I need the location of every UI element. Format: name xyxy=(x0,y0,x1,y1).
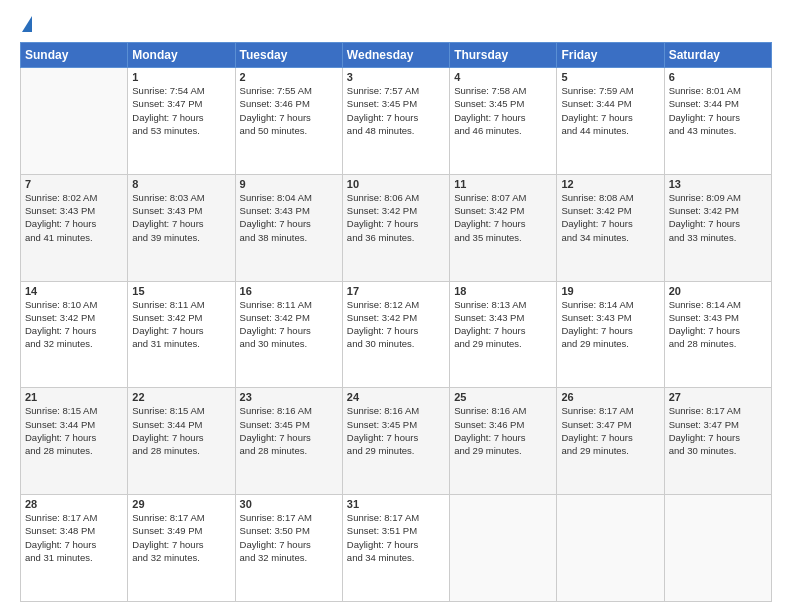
calendar-header-cell: Tuesday xyxy=(235,43,342,68)
calendar-day-cell: 28Sunrise: 8:17 AM Sunset: 3:48 PM Dayli… xyxy=(21,495,128,602)
calendar-week-row: 1Sunrise: 7:54 AM Sunset: 3:47 PM Daylig… xyxy=(21,68,772,175)
calendar-header-cell: Saturday xyxy=(664,43,771,68)
day-number: 20 xyxy=(669,285,767,297)
calendar-header-cell: Friday xyxy=(557,43,664,68)
day-number: 8 xyxy=(132,178,230,190)
calendar-day-cell: 4Sunrise: 7:58 AM Sunset: 3:45 PM Daylig… xyxy=(450,68,557,175)
header xyxy=(20,18,772,34)
calendar-body: 1Sunrise: 7:54 AM Sunset: 3:47 PM Daylig… xyxy=(21,68,772,602)
calendar-day-cell xyxy=(21,68,128,175)
day-number: 12 xyxy=(561,178,659,190)
day-info: Sunrise: 8:07 AM Sunset: 3:42 PM Dayligh… xyxy=(454,191,552,244)
day-number: 15 xyxy=(132,285,230,297)
day-number: 17 xyxy=(347,285,445,297)
day-number: 1 xyxy=(132,71,230,83)
day-info: Sunrise: 8:12 AM Sunset: 3:42 PM Dayligh… xyxy=(347,298,445,351)
day-info: Sunrise: 8:17 AM Sunset: 3:49 PM Dayligh… xyxy=(132,511,230,564)
calendar-day-cell: 3Sunrise: 7:57 AM Sunset: 3:45 PM Daylig… xyxy=(342,68,449,175)
calendar-day-cell xyxy=(450,495,557,602)
day-info: Sunrise: 8:16 AM Sunset: 3:45 PM Dayligh… xyxy=(240,404,338,457)
day-number: 13 xyxy=(669,178,767,190)
day-info: Sunrise: 8:15 AM Sunset: 3:44 PM Dayligh… xyxy=(25,404,123,457)
calendar-header-cell: Thursday xyxy=(450,43,557,68)
calendar-day-cell: 30Sunrise: 8:17 AM Sunset: 3:50 PM Dayli… xyxy=(235,495,342,602)
calendar-day-cell: 25Sunrise: 8:16 AM Sunset: 3:46 PM Dayli… xyxy=(450,388,557,495)
day-number: 25 xyxy=(454,391,552,403)
day-info: Sunrise: 8:16 AM Sunset: 3:46 PM Dayligh… xyxy=(454,404,552,457)
calendar-day-cell: 29Sunrise: 8:17 AM Sunset: 3:49 PM Dayli… xyxy=(128,495,235,602)
day-info: Sunrise: 8:15 AM Sunset: 3:44 PM Dayligh… xyxy=(132,404,230,457)
day-info: Sunrise: 7:54 AM Sunset: 3:47 PM Dayligh… xyxy=(132,84,230,137)
calendar-day-cell: 7Sunrise: 8:02 AM Sunset: 3:43 PM Daylig… xyxy=(21,174,128,281)
day-number: 3 xyxy=(347,71,445,83)
calendar-day-cell: 31Sunrise: 8:17 AM Sunset: 3:51 PM Dayli… xyxy=(342,495,449,602)
calendar-day-cell: 14Sunrise: 8:10 AM Sunset: 3:42 PM Dayli… xyxy=(21,281,128,388)
day-info: Sunrise: 8:02 AM Sunset: 3:43 PM Dayligh… xyxy=(25,191,123,244)
calendar-day-cell: 6Sunrise: 8:01 AM Sunset: 3:44 PM Daylig… xyxy=(664,68,771,175)
calendar: SundayMondayTuesdayWednesdayThursdayFrid… xyxy=(20,42,772,602)
calendar-header-row: SundayMondayTuesdayWednesdayThursdayFrid… xyxy=(21,43,772,68)
day-number: 23 xyxy=(240,391,338,403)
day-number: 29 xyxy=(132,498,230,510)
day-info: Sunrise: 8:08 AM Sunset: 3:42 PM Dayligh… xyxy=(561,191,659,244)
calendar-header-cell: Monday xyxy=(128,43,235,68)
day-number: 24 xyxy=(347,391,445,403)
day-info: Sunrise: 8:06 AM Sunset: 3:42 PM Dayligh… xyxy=(347,191,445,244)
calendar-day-cell: 10Sunrise: 8:06 AM Sunset: 3:42 PM Dayli… xyxy=(342,174,449,281)
day-info: Sunrise: 8:11 AM Sunset: 3:42 PM Dayligh… xyxy=(240,298,338,351)
day-number: 19 xyxy=(561,285,659,297)
calendar-day-cell: 22Sunrise: 8:15 AM Sunset: 3:44 PM Dayli… xyxy=(128,388,235,495)
day-info: Sunrise: 7:55 AM Sunset: 3:46 PM Dayligh… xyxy=(240,84,338,137)
day-info: Sunrise: 8:03 AM Sunset: 3:43 PM Dayligh… xyxy=(132,191,230,244)
day-number: 26 xyxy=(561,391,659,403)
day-number: 10 xyxy=(347,178,445,190)
calendar-day-cell: 8Sunrise: 8:03 AM Sunset: 3:43 PM Daylig… xyxy=(128,174,235,281)
day-info: Sunrise: 8:16 AM Sunset: 3:45 PM Dayligh… xyxy=(347,404,445,457)
calendar-day-cell: 27Sunrise: 8:17 AM Sunset: 3:47 PM Dayli… xyxy=(664,388,771,495)
day-number: 6 xyxy=(669,71,767,83)
calendar-day-cell: 13Sunrise: 8:09 AM Sunset: 3:42 PM Dayli… xyxy=(664,174,771,281)
calendar-day-cell: 9Sunrise: 8:04 AM Sunset: 3:43 PM Daylig… xyxy=(235,174,342,281)
calendar-day-cell: 18Sunrise: 8:13 AM Sunset: 3:43 PM Dayli… xyxy=(450,281,557,388)
calendar-day-cell: 17Sunrise: 8:12 AM Sunset: 3:42 PM Dayli… xyxy=(342,281,449,388)
day-info: Sunrise: 8:09 AM Sunset: 3:42 PM Dayligh… xyxy=(669,191,767,244)
day-info: Sunrise: 8:11 AM Sunset: 3:42 PM Dayligh… xyxy=(132,298,230,351)
day-info: Sunrise: 8:13 AM Sunset: 3:43 PM Dayligh… xyxy=(454,298,552,351)
day-number: 21 xyxy=(25,391,123,403)
day-number: 31 xyxy=(347,498,445,510)
day-info: Sunrise: 8:17 AM Sunset: 3:47 PM Dayligh… xyxy=(669,404,767,457)
calendar-day-cell: 2Sunrise: 7:55 AM Sunset: 3:46 PM Daylig… xyxy=(235,68,342,175)
day-info: Sunrise: 8:17 AM Sunset: 3:50 PM Dayligh… xyxy=(240,511,338,564)
calendar-day-cell: 23Sunrise: 8:16 AM Sunset: 3:45 PM Dayli… xyxy=(235,388,342,495)
day-number: 22 xyxy=(132,391,230,403)
day-number: 2 xyxy=(240,71,338,83)
calendar-day-cell xyxy=(557,495,664,602)
day-info: Sunrise: 8:10 AM Sunset: 3:42 PM Dayligh… xyxy=(25,298,123,351)
calendar-week-row: 21Sunrise: 8:15 AM Sunset: 3:44 PM Dayli… xyxy=(21,388,772,495)
day-number: 11 xyxy=(454,178,552,190)
calendar-day-cell: 15Sunrise: 8:11 AM Sunset: 3:42 PM Dayli… xyxy=(128,281,235,388)
day-number: 28 xyxy=(25,498,123,510)
day-number: 9 xyxy=(240,178,338,190)
day-info: Sunrise: 8:14 AM Sunset: 3:43 PM Dayligh… xyxy=(669,298,767,351)
calendar-day-cell xyxy=(664,495,771,602)
day-number: 18 xyxy=(454,285,552,297)
day-number: 7 xyxy=(25,178,123,190)
calendar-day-cell: 24Sunrise: 8:16 AM Sunset: 3:45 PM Dayli… xyxy=(342,388,449,495)
day-number: 14 xyxy=(25,285,123,297)
calendar-day-cell: 26Sunrise: 8:17 AM Sunset: 3:47 PM Dayli… xyxy=(557,388,664,495)
day-info: Sunrise: 8:01 AM Sunset: 3:44 PM Dayligh… xyxy=(669,84,767,137)
calendar-day-cell: 20Sunrise: 8:14 AM Sunset: 3:43 PM Dayli… xyxy=(664,281,771,388)
calendar-day-cell: 5Sunrise: 7:59 AM Sunset: 3:44 PM Daylig… xyxy=(557,68,664,175)
calendar-header-cell: Sunday xyxy=(21,43,128,68)
day-info: Sunrise: 8:17 AM Sunset: 3:47 PM Dayligh… xyxy=(561,404,659,457)
logo-triangle-icon xyxy=(22,16,32,32)
day-info: Sunrise: 7:58 AM Sunset: 3:45 PM Dayligh… xyxy=(454,84,552,137)
calendar-day-cell: 21Sunrise: 8:15 AM Sunset: 3:44 PM Dayli… xyxy=(21,388,128,495)
calendar-week-row: 28Sunrise: 8:17 AM Sunset: 3:48 PM Dayli… xyxy=(21,495,772,602)
calendar-week-row: 14Sunrise: 8:10 AM Sunset: 3:42 PM Dayli… xyxy=(21,281,772,388)
day-info: Sunrise: 8:17 AM Sunset: 3:51 PM Dayligh… xyxy=(347,511,445,564)
calendar-day-cell: 11Sunrise: 8:07 AM Sunset: 3:42 PM Dayli… xyxy=(450,174,557,281)
day-number: 16 xyxy=(240,285,338,297)
calendar-header-cell: Wednesday xyxy=(342,43,449,68)
